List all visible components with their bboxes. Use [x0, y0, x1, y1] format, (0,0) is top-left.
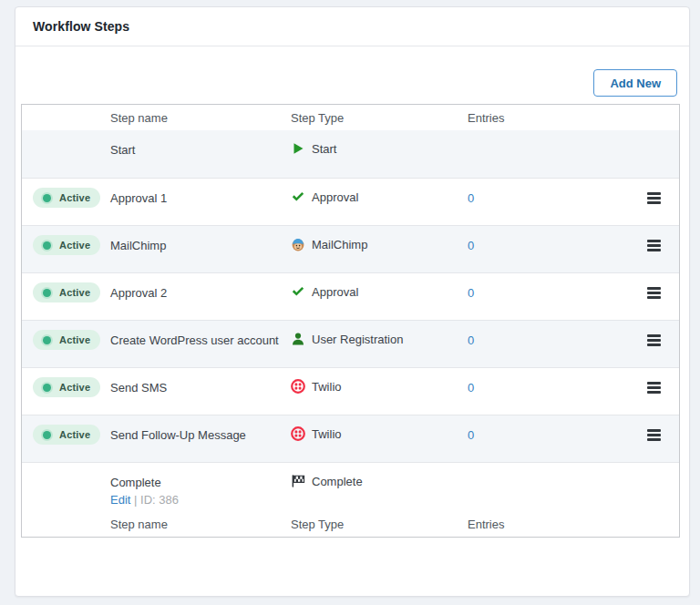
- checkered-flag-icon: [291, 474, 305, 488]
- column-header-entries: Entries: [468, 105, 604, 130]
- twilio-icon: [291, 426, 305, 441]
- mailchimp-icon: [291, 237, 305, 251]
- menu-cell: [604, 321, 679, 367]
- step-name-cell: Send SMS: [110, 368, 291, 415]
- table-row: Start Start: [22, 130, 679, 178]
- status-cell: [22, 130, 110, 178]
- column-footer-menu: [604, 511, 679, 537]
- status-label: Active: [59, 287, 90, 298]
- entries-count-link[interactable]: 0: [468, 381, 474, 395]
- meta-separator: |: [134, 493, 140, 507]
- edit-link[interactable]: Edit: [110, 493, 130, 507]
- workflow-steps-table: Step name Step Type Entries Start Start: [21, 104, 680, 538]
- step-name-cell: Start: [110, 130, 291, 178]
- entries-count-link[interactable]: 0: [468, 333, 474, 347]
- step-type-label: User Registration: [312, 332, 403, 346]
- row-menu-icon[interactable]: [647, 429, 661, 462]
- step-name: Create WordPress user account: [110, 333, 291, 347]
- step-type-label: Start: [312, 141, 336, 156]
- status-cell: Active: [22, 368, 110, 415]
- entries-cell: 0: [468, 179, 604, 225]
- status-dot-icon: [43, 194, 51, 202]
- step-type-cell: User Registration: [291, 321, 468, 367]
- row-menu-icon[interactable]: [647, 334, 661, 367]
- entries-count-link[interactable]: 0: [468, 239, 474, 252]
- entries-cell: 0: [468, 226, 604, 272]
- step-name-cell: Approval 2: [110, 273, 291, 320]
- table-row: Active Send Follow-Up Message Tw: [22, 415, 679, 462]
- entries-cell: [468, 463, 604, 511]
- step-type-label: MailChimp: [312, 237, 367, 251]
- menu-cell: [604, 226, 679, 272]
- row-menu-icon[interactable]: [647, 382, 661, 415]
- check-icon: [291, 284, 305, 299]
- column-header-status: [22, 105, 110, 130]
- column-header-menu: [604, 105, 679, 130]
- status-badge: Active: [33, 425, 100, 445]
- entries-count-link[interactable]: 0: [468, 286, 474, 300]
- menu-cell: [604, 179, 679, 225]
- entries-cell: 0: [468, 415, 604, 462]
- step-type-cell: Twilio: [291, 368, 468, 415]
- entries-cell: 0: [468, 321, 604, 367]
- check-icon: [291, 190, 305, 204]
- step-name: MailChimp: [110, 239, 291, 252]
- status-dot-icon: [43, 336, 51, 344]
- step-name: Send SMS: [110, 381, 291, 395]
- status-label: Active: [59, 429, 90, 440]
- status-badge: Active: [33, 330, 100, 350]
- column-header-step-name: Step name: [110, 105, 291, 130]
- status-cell: Active: [22, 179, 110, 225]
- column-footer-step-name: Step name: [110, 511, 291, 537]
- entries-count-link[interactable]: 0: [468, 191, 474, 205]
- table-footer-row: Step name Step Type Entries: [22, 511, 679, 537]
- step-name-cell: Create WordPress user account: [110, 321, 291, 367]
- table-row: Active Create WordPress user account Use…: [22, 320, 679, 367]
- entries-count-link[interactable]: 0: [468, 428, 474, 442]
- column-header-step-type: Step Type: [291, 105, 468, 130]
- menu-cell: [604, 463, 679, 511]
- status-dot-icon: [43, 241, 51, 250]
- page-title: Workflow Steps: [33, 19, 129, 34]
- table-row: Active MailChimp Mail: [22, 225, 679, 272]
- row-menu-icon[interactable]: [647, 287, 661, 320]
- table-row: Active Send SMS Twilio: [22, 367, 679, 415]
- step-type-label: Complete: [312, 474, 363, 488]
- step-name-cell: MailChimp: [110, 226, 291, 272]
- user-icon: [291, 332, 305, 346]
- step-type-label: Approval: [312, 190, 358, 204]
- status-badge: Active: [33, 377, 100, 397]
- menu-cell: [604, 368, 679, 415]
- entries-cell: 0: [468, 273, 604, 320]
- row-menu-icon[interactable]: [647, 192, 661, 225]
- column-footer-status: [22, 511, 110, 537]
- table-row: Active Approval 1 Approval 0: [22, 178, 679, 225]
- step-type-cell: Complete: [291, 463, 468, 511]
- twilio-icon: [291, 379, 305, 394]
- status-dot-icon: [43, 289, 51, 297]
- table-header-row: Step name Step Type Entries: [22, 105, 679, 130]
- step-type-label: Twilio: [312, 379, 342, 394]
- step-name: Complete: [110, 476, 291, 489]
- play-icon: [291, 141, 305, 156]
- status-dot-icon: [43, 431, 51, 439]
- menu-cell: [604, 415, 679, 462]
- step-name: Start: [110, 143, 291, 157]
- status-cell: [22, 463, 110, 511]
- status-badge: Active: [33, 282, 100, 302]
- step-name: Approval 1: [110, 191, 291, 205]
- add-new-button[interactable]: Add New: [593, 69, 677, 97]
- step-name-cell: Approval 1: [110, 179, 291, 225]
- status-label: Active: [59, 382, 90, 393]
- card-body: Add New Step name Step Type Entries Star…: [15, 46, 689, 595]
- menu-cell: [604, 273, 679, 320]
- status-cell: Active: [22, 226, 110, 272]
- status-label: Active: [59, 192, 90, 203]
- table-row: Active Approval 2 Approval 0: [22, 272, 679, 320]
- status-badge: Active: [33, 235, 100, 255]
- step-name-cell: Send Follow-Up Message: [110, 415, 291, 462]
- row-menu-icon[interactable]: [647, 240, 661, 272]
- entries-cell: 0: [468, 368, 604, 415]
- step-id: ID: 386: [140, 493, 179, 507]
- status-dot-icon: [43, 384, 51, 392]
